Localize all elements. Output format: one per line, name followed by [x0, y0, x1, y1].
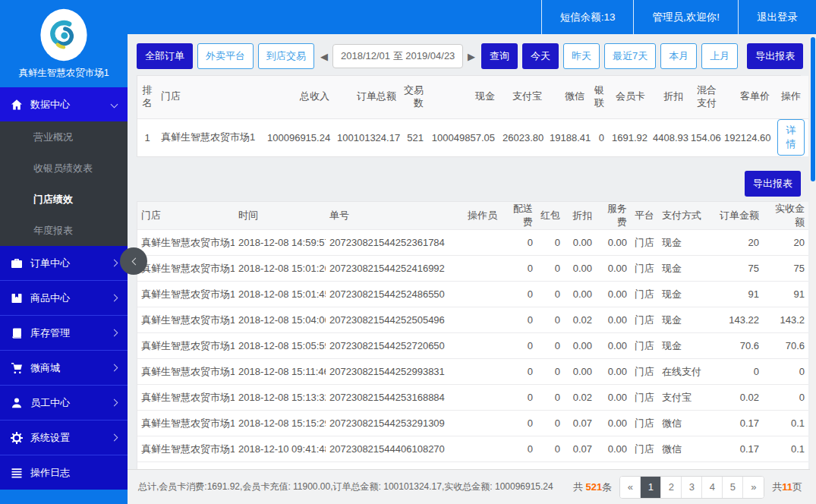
table-cell: 2018-12-08 15:15:29 [235, 411, 326, 436]
sidebar-submenu-item[interactable]: 年度报表 [0, 215, 128, 246]
scrollbar-thumb[interactable] [811, 37, 815, 181]
sidebar-menu-item[interactable]: 商品中心 [0, 281, 128, 316]
totals-summary: 总计,会员卡消费:1691.92,会员卡充值: 11900.00,订单总金额: … [138, 480, 553, 493]
table-cell: 70.6 [713, 333, 763, 359]
order-type-filter-button[interactable]: 全部订单 [137, 43, 193, 69]
prev-page-button[interactable]: « [620, 477, 641, 498]
column-header: 客单价 [720, 76, 773, 118]
export-report-button-top[interactable]: 导出报表 [747, 43, 803, 69]
sidebar-menu-item[interactable]: 系统设置 [0, 421, 128, 455]
next-page-button[interactable]: » [743, 477, 764, 498]
sidebar-submenu-item[interactable]: 营业概况 [0, 121, 128, 153]
sidebar-item-data-center[interactable]: 数据中心 [0, 87, 128, 121]
sidebar-submenu-item[interactable]: 收银员绩效表 [0, 153, 128, 184]
sidebar-menu-item[interactable]: 订单中心 [0, 246, 128, 281]
table-cell: 0.07 [564, 436, 596, 462]
table-cell: 207230821544252361784 [326, 230, 464, 256]
chevron-right-icon [111, 434, 118, 442]
date-next-icon[interactable]: ▶ [466, 51, 477, 62]
table-cell: 0 [503, 359, 537, 385]
table-cell: 207230821544253291309 [326, 411, 464, 436]
page-button[interactable]: 5 [723, 477, 743, 498]
sidebar-collapse-handle[interactable] [120, 247, 147, 275]
topbar: 短信余额:13 管理员,欢迎你! 退出登录 [128, 0, 816, 34]
order-row: 真鲜生智慧农贸市场12018-12-08 14:59:5720723082154… [137, 230, 808, 256]
column-header: 单号 [326, 202, 464, 230]
column-header: 折扣 [564, 202, 596, 230]
table-cell: 0.00 [596, 282, 631, 307]
date-range-group: ◀ ▶ [319, 44, 477, 68]
table-cell: 现金 [658, 230, 713, 256]
table-cell: 0.00 [596, 411, 631, 436]
column-header: 操作 [773, 76, 808, 118]
sidebar-item-label: 员工中心 [30, 396, 112, 410]
table-cell: 91 [763, 282, 808, 307]
page-button[interactable]: 3 [682, 477, 702, 498]
table-cell: 门店 [631, 282, 658, 307]
page-button[interactable]: 4 [702, 477, 723, 498]
table-cell: 0.00 [596, 385, 631, 411]
table-cell: 2018-12-08 15:11:46 [235, 359, 326, 385]
column-header: 订单总额 [333, 76, 400, 118]
sidebar-menu-item[interactable]: 库存管理 [0, 316, 128, 351]
table-cell: 75 [713, 256, 763, 282]
sidebar-menu: 订单中心商品中心库存管理微商城员工中心系统设置操作日志 [0, 246, 128, 490]
sidebar: 真鲜生智慧农贸市场1 数据中心 营业概况收银员绩效表门店绩效年度报表 订单中心商… [0, 0, 128, 504]
table-cell: 20 [713, 230, 763, 256]
table-cell [464, 359, 503, 385]
table-cell: 真鲜生智慧农贸市场1 [137, 436, 235, 462]
table-cell: 0 [537, 436, 564, 462]
order-row: 真鲜生智慧农贸市场12018-12-08 15:04:0620723082154… [137, 307, 808, 333]
quick-range-button[interactable]: 昨天 [563, 43, 600, 69]
table-cell: 现金 [658, 282, 713, 307]
table-cell [464, 333, 503, 359]
table-cell: 真鲜生智慧农贸市场1 [137, 333, 235, 359]
column-header: 折扣 [649, 76, 687, 118]
chevron-right-icon [111, 295, 118, 302]
sidebar-menu-item[interactable]: 操作日志 [0, 455, 128, 490]
table-cell: 1691.92 [608, 118, 649, 156]
quick-range-button[interactable]: 今天 [522, 43, 559, 69]
page-button[interactable]: 1 [641, 477, 661, 498]
sidebar-menu-item[interactable]: 微商城 [0, 351, 128, 386]
detail-export-row: 导出报表 [137, 171, 801, 197]
quick-range-button[interactable]: 本月 [660, 43, 697, 69]
quick-range-button[interactable]: 上月 [701, 43, 738, 69]
table-cell: 26023.80 [499, 118, 546, 156]
column-header: 红包 [537, 202, 564, 230]
table-cell: 0 [588, 118, 608, 156]
quick-range-group: 今天昨天最近7天本月上月 [522, 43, 738, 69]
logout-button[interactable]: 退出登录 [738, 0, 816, 34]
sidebar-menu-item[interactable]: 员工中心 [0, 386, 128, 421]
sidebar-item-label: 数据中心 [30, 98, 112, 112]
table-cell: 2018-12-08 15:13:32 [235, 385, 326, 411]
welcome-user[interactable]: 管理员,欢迎你! [633, 0, 738, 34]
table-cell [464, 436, 503, 462]
table-cell: 现金 [658, 256, 713, 282]
date-range-input[interactable] [332, 44, 463, 68]
page-button[interactable]: 2 [661, 477, 682, 498]
table-cell: 门店 [631, 230, 658, 256]
table-cell: 真鲜生智慧农贸市场1 [157, 118, 263, 156]
sms-balance[interactable]: 短信余额:13 [541, 0, 634, 34]
date-prev-icon[interactable]: ◀ [319, 51, 329, 62]
order-type-filter-button[interactable]: 到店交易 [258, 43, 314, 69]
column-header: 时间 [235, 202, 326, 230]
table-cell: 0.00 [596, 436, 631, 462]
export-report-button-detail[interactable]: 导出报表 [745, 171, 801, 197]
table-cell: 0.1 [763, 436, 808, 462]
table-cell: 0 [537, 411, 564, 436]
table-cell: 微信 [658, 411, 713, 436]
table-cell: 2018-12-08 15:01:26 [235, 256, 326, 282]
order-row: 真鲜生智慧农贸市场12018-12-08 15:01:4520723082154… [137, 282, 808, 307]
table-cell: 0.00 [596, 256, 631, 282]
column-header: 配送费 [503, 202, 537, 230]
table-cell: 91 [713, 282, 763, 307]
quick-range-button[interactable]: 最近7天 [604, 43, 656, 69]
table-cell: 0 [503, 307, 537, 333]
search-button[interactable]: 查询 [481, 43, 518, 69]
sidebar-submenu-item[interactable]: 门店绩效 [0, 184, 128, 215]
order-type-filter-button[interactable]: 外卖平台 [197, 43, 254, 69]
sidebar-item-label: 库存管理 [30, 326, 112, 340]
detail-button[interactable]: 详情 [777, 119, 805, 156]
